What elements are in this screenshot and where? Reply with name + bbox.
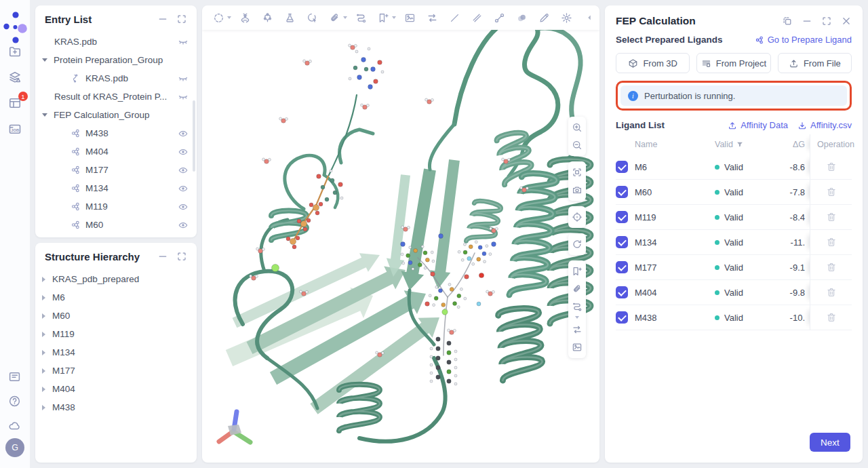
overlap-circles-icon[interactable]	[516, 12, 528, 24]
hierarchy-item[interactable]: M119	[35, 325, 197, 343]
molecule-viewport[interactable]	[202, 5, 599, 463]
rail-help-button[interactable]	[8, 395, 22, 408]
trash-icon[interactable]	[826, 161, 837, 172]
visibility-toggle-open-eye-icon[interactable]	[178, 147, 189, 157]
hierarchy-item[interactable]: M60	[35, 307, 197, 325]
rotate-select-icon[interactable]	[307, 12, 318, 24]
trash-icon[interactable]	[826, 212, 837, 222]
filter-icon[interactable]	[736, 140, 744, 149]
pathway-icon[interactable]	[355, 12, 367, 24]
orientation-gizmo[interactable]	[213, 407, 255, 449]
caret-right-icon[interactable]	[42, 350, 45, 355]
from-3d-button[interactable]: From 3D	[616, 53, 690, 73]
image-panel-icon[interactable]	[404, 12, 416, 24]
target-icon[interactable]	[568, 208, 586, 226]
caret-down-icon[interactable]	[42, 58, 47, 62]
visibility-toggle-open-eye-icon[interactable]	[178, 165, 189, 176]
hierarchy-item[interactable]: M438	[35, 398, 197, 416]
caret-right-icon[interactable]	[42, 368, 45, 374]
affinity-data-link[interactable]: Affinity Data	[728, 120, 788, 130]
paperclip-icon[interactable]	[329, 12, 340, 24]
camera-icon[interactable]	[568, 181, 586, 199]
bookmark-add-icon[interactable]	[568, 262, 586, 280]
collapse-toolbar-icon[interactable]	[585, 13, 594, 22]
entry-item[interactable]: KRAS.pdb	[35, 69, 197, 87]
visibility-toggle-closed-eye-icon[interactable]	[178, 37, 189, 47]
zoom-in-icon[interactable]	[568, 119, 586, 136]
trash-icon[interactable]	[826, 237, 837, 248]
swap-icon[interactable]	[427, 12, 438, 24]
caret-down-icon[interactable]	[575, 316, 579, 319]
rail-layers-button[interactable]	[8, 71, 22, 84]
fullscreen-icon[interactable]	[821, 16, 832, 26]
select-circle-icon[interactable]	[213, 12, 224, 24]
entry-item[interactable]: M119	[35, 197, 197, 216]
image-panel-icon[interactable]	[568, 338, 586, 356]
hierarchy-item[interactable]: M6	[35, 288, 197, 307]
fullscreen-icon[interactable]	[176, 14, 187, 24]
fit-view-icon[interactable]	[568, 163, 586, 181]
hierarchy-item[interactable]: M404	[35, 380, 197, 398]
entry-item[interactable]: Protein Preparation_Group	[35, 51, 197, 69]
caret-down-icon[interactable]	[227, 16, 231, 19]
caret-down-icon[interactable]	[343, 16, 347, 19]
hierarchy-item[interactable]: M134	[35, 343, 197, 362]
gear-icon[interactable]	[561, 12, 572, 24]
entry-item[interactable]: FEP Calculation_Group	[35, 106, 197, 124]
col-valid[interactable]: Valid	[715, 140, 774, 149]
minimize-icon[interactable]	[802, 16, 812, 26]
rail-cloud-button[interactable]	[8, 419, 22, 433]
trash-icon[interactable]	[826, 187, 837, 197]
caret-right-icon[interactable]	[42, 387, 45, 392]
caret-right-icon[interactable]	[42, 332, 45, 337]
entry-item[interactable]: KRAS.pdb	[35, 33, 197, 51]
caret-right-icon[interactable]	[42, 405, 45, 410]
rail-folder-plus-button[interactable]	[8, 45, 22, 58]
row-checkbox[interactable]	[616, 211, 628, 223]
entry-item[interactable]: M60	[35, 216, 197, 234]
pencil-icon[interactable]	[538, 12, 550, 24]
caret-right-icon[interactable]	[42, 277, 45, 282]
go-to-prepare-ligand-link[interactable]: Go to Prepare Ligand	[755, 35, 852, 45]
refresh-icon[interactable]	[568, 235, 586, 253]
entry-item[interactable]: M404	[35, 142, 197, 161]
entry-item[interactable]: Result of KRAS_Protein P...	[35, 87, 197, 106]
scrollbar[interactable]	[193, 100, 195, 172]
fullscreen-icon[interactable]	[176, 251, 187, 262]
caret-down-icon[interactable]	[392, 16, 396, 19]
swap-icon[interactable]	[568, 321, 586, 338]
entry-item[interactable]: M134	[35, 179, 197, 197]
visibility-toggle-open-eye-icon[interactable]	[178, 128, 189, 139]
entry-item[interactable]: M177	[35, 161, 197, 179]
from-file-button[interactable]: From File	[778, 53, 852, 73]
hierarchy-item[interactable]: M177	[35, 362, 197, 380]
row-checkbox[interactable]	[616, 261, 628, 273]
trash-icon[interactable]	[826, 312, 837, 323]
row-checkbox[interactable]	[616, 186, 628, 198]
user-avatar[interactable]: G	[5, 438, 24, 457]
minimize-icon[interactable]	[157, 251, 168, 262]
bookmark-add-icon[interactable]	[378, 12, 389, 24]
dna-icon[interactable]	[239, 12, 251, 24]
trash-icon[interactable]	[826, 262, 837, 273]
bond-icon[interactable]	[494, 12, 505, 24]
line-icon[interactable]	[449, 12, 460, 24]
pathway-icon[interactable]	[568, 298, 586, 315]
row-checkbox[interactable]	[616, 286, 628, 298]
rail-job-button[interactable]: JOB	[8, 122, 22, 136]
caret-right-icon[interactable]	[42, 313, 45, 319]
next-button[interactable]: Next	[810, 433, 850, 452]
close-icon[interactable]	[841, 16, 852, 26]
minimize-icon[interactable]	[157, 14, 168, 24]
visibility-toggle-open-eye-icon[interactable]	[178, 201, 189, 212]
molecule-hex-icon[interactable]	[262, 12, 273, 24]
zoom-out-icon[interactable]	[568, 136, 586, 154]
row-checkbox[interactable]	[616, 236, 628, 248]
caret-down-icon[interactable]	[42, 113, 47, 117]
rail-board-button[interactable]: 1	[8, 96, 22, 110]
pencil-line-icon[interactable]	[471, 12, 483, 24]
row-checkbox[interactable]	[616, 161, 628, 173]
flask-icon[interactable]	[284, 12, 296, 24]
copy-icon[interactable]	[782, 16, 793, 26]
visibility-toggle-open-eye-icon[interactable]	[178, 183, 189, 194]
